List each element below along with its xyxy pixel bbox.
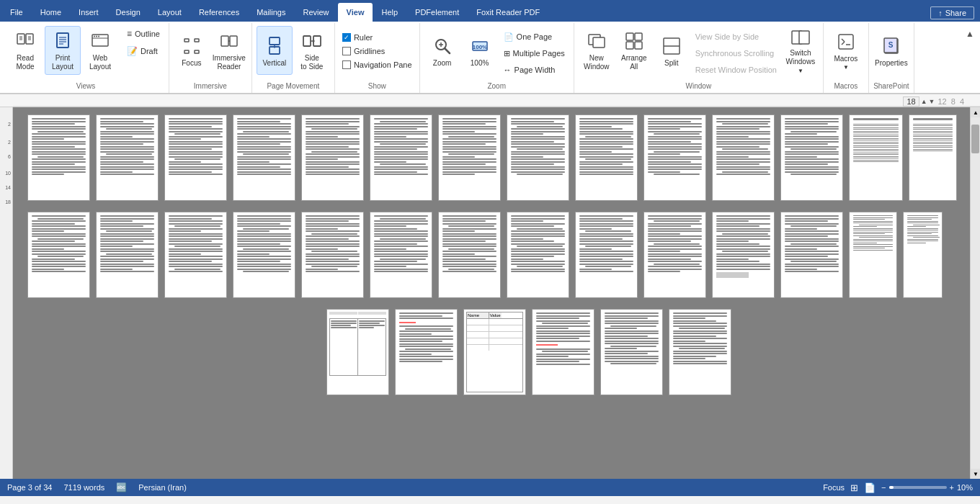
window-group-label: Window [686,82,712,91]
immersive-reader-button[interactable]: ImmersiveReader [211,26,247,75]
scroll-down-button[interactable]: ▼ [971,469,980,479]
right-scrollbar[interactable]: ▲ ▼ [970,107,980,479]
web-layout-button[interactable]: WebLayout [82,26,118,75]
gridlines-checkbox[interactable]: Gridlines [339,45,415,57]
ruler-checkbox[interactable]: ✓ Ruler [339,32,415,43]
draft-label: Draft [141,47,158,55]
document-area: Name Value [13,107,970,479]
svg-rect-39 [593,37,605,48]
navigation-pane-checkbox[interactable]: Navigation Pane [339,59,415,71]
page-nav-up[interactable]: ▲ [921,98,927,105]
page-thumb-4[interactable] [233,114,295,201]
properties-button[interactable]: S Properties [873,26,909,75]
page-thumb-13[interactable] [849,114,903,201]
page-thumb-10[interactable] [643,114,706,201]
page-thumb-19[interactable] [301,212,364,298]
page-width-icon: ↔ [504,66,512,74]
page-thumb-29[interactable] [326,309,389,395]
page-thumb-11[interactable] [712,114,775,201]
page-thumb-8[interactable] [507,114,569,201]
multiple-pages-button[interactable]: ⊞ Multiple Pages [499,45,569,61]
zoom-out-button[interactable]: − [881,483,886,492]
sharepoint-group-label: SharePoint [873,82,909,91]
side-to-side-icon [300,30,324,53]
page-thumb-27[interactable] [849,212,897,298]
arrange-all-icon [623,30,646,53]
zoom-slider[interactable] [889,486,947,489]
tab-mailings[interactable]: Mailings [248,3,294,22]
tab-help[interactable]: Help [373,3,406,22]
svg-rect-8 [57,33,68,48]
ribbon-collapse-button[interactable]: ▲ [963,26,977,42]
vertical-button[interactable]: Vertical [257,26,293,75]
single-page-icon[interactable]: 📄 [864,482,876,493]
side-to-side-button[interactable]: Sideto Side [294,26,330,75]
scroll-thumb[interactable] [971,125,979,153]
page-thumb-1[interactable] [27,114,90,201]
one-page-button[interactable]: 📄 One Page [499,29,569,45]
web-layout-icon [89,30,112,53]
focus-button-status[interactable]: Focus [823,483,845,492]
tab-pdfelement[interactable]: PDFelement [406,3,468,22]
tab-foxit[interactable]: Foxit Reader PDF [468,3,548,22]
web-layout-label: WebLayout [89,54,111,71]
page-thumb-28[interactable] [903,212,943,298]
page-thumb-25[interactable] [712,212,775,298]
page-thumb-2[interactable] [96,114,159,201]
read-mode-button[interactable]: ReadMode [7,26,43,75]
focus-button[interactable]: Focus [174,26,210,75]
page-thumb-30[interactable] [395,309,458,395]
scroll-track[interactable] [971,117,980,469]
page-thumb-12[interactable] [780,114,843,201]
split-button[interactable]: Split [654,26,690,75]
tab-home[interactable]: Home [32,3,70,22]
svg-rect-22 [221,36,228,46]
tab-view[interactable]: View [338,3,373,22]
tab-review[interactable]: Review [295,3,338,22]
print-layout-button[interactable]: PrintLayout [45,26,81,75]
layout-view-icon[interactable]: ⊞ [850,482,858,493]
page-thumb-22[interactable] [507,212,569,298]
draft-button[interactable]: 📝 Draft [122,43,164,59]
page-thumb-16[interactable] [96,212,159,298]
tab-design[interactable]: Design [107,3,149,22]
page-thumb-3[interactable] [164,114,227,201]
arrange-all-button[interactable]: ArrangeAll [616,26,652,75]
scroll-up-button[interactable]: ▲ [971,107,980,117]
tab-layout[interactable]: Layout [149,3,190,22]
switch-windows-button[interactable]: SwitchWindows ▼ [783,26,819,75]
page-thumb-26[interactable] [780,212,843,298]
tab-references[interactable]: References [190,3,248,22]
share-icon: ↑ [938,9,943,17]
page-thumb-32[interactable] [532,309,594,395]
zoom-level: 10% [957,483,973,492]
page-thumb-21[interactable] [438,212,501,298]
page-thumb-33[interactable] [600,309,663,395]
page-thumb-9[interactable] [575,114,638,201]
page-nav-down[interactable]: ▼ [929,98,935,105]
page-thumb-17[interactable] [164,212,227,298]
page-thumb-23[interactable] [575,212,638,298]
page-thumb-31[interactable]: Name Value [463,309,526,395]
page-thumb-24[interactable] [643,212,706,298]
page-thumb-6[interactable] [370,114,432,201]
outline-button[interactable]: ≡ Outline [122,26,164,42]
new-window-button[interactable]: NewWindow [579,26,615,75]
tab-file[interactable]: File [1,3,32,22]
tab-insert[interactable]: Insert [70,3,107,22]
page-thumb-18[interactable] [233,212,295,298]
page-thumb-7[interactable] [438,114,501,201]
zoom-button[interactable]: Zoom [424,26,460,75]
100pct-button[interactable]: 100% 100% [462,26,498,75]
page-thumb-5[interactable] [301,114,364,201]
page-thumb-15[interactable] [27,212,90,298]
svg-rect-21 [195,50,199,53]
page-thumb-20[interactable] [370,212,432,298]
page-thumb-14[interactable] [909,114,957,201]
page-width-button[interactable]: ↔ Page Width [499,62,569,78]
zoom-slider-fill [889,486,894,489]
zoom-in-button[interactable]: + [950,483,954,492]
share-button[interactable]: ↑ Share [930,6,974,19]
page-thumb-34[interactable] [669,309,731,395]
macros-button[interactable]: Macros ▼ [828,26,864,75]
